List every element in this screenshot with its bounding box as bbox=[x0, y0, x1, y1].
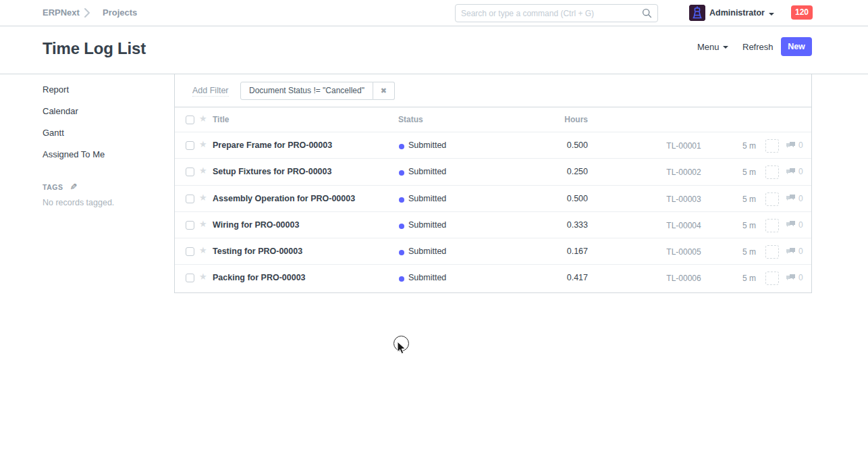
star-icon[interactable]: ★ bbox=[199, 113, 207, 124]
status-badge: Submitted bbox=[408, 247, 446, 256]
comments-indicator[interactable]: 0 bbox=[786, 247, 803, 256]
status-indicator-dot bbox=[399, 197, 404, 203]
comment-icon bbox=[786, 168, 796, 176]
assignee-placeholder[interactable] bbox=[765, 272, 779, 285]
star-icon[interactable]: ★ bbox=[199, 139, 207, 149]
row-title-link[interactable]: Packing for PRO-00003 bbox=[213, 273, 306, 282]
brand-link[interactable]: ERPNext bbox=[43, 7, 80, 18]
mouse-cursor bbox=[397, 341, 406, 355]
add-filter-button[interactable]: Add Filter bbox=[192, 86, 229, 97]
breadcrumb-chevron-icon bbox=[82, 6, 92, 22]
search-input[interactable] bbox=[461, 5, 633, 22]
record-id: TL-00006 bbox=[651, 274, 716, 283]
filter-pill-document-status[interactable]: Document Status != "Cancelled" bbox=[240, 82, 373, 100]
row-checkbox[interactable] bbox=[186, 141, 194, 150]
comments-indicator[interactable]: 0 bbox=[786, 194, 803, 203]
sidebar-item-report[interactable]: Report bbox=[43, 84, 164, 95]
row-checkbox[interactable] bbox=[186, 168, 194, 176]
status-indicator-dot bbox=[399, 224, 404, 229]
edit-tags-pencil-icon[interactable]: ✎ bbox=[70, 182, 77, 192]
breadcrumb-projects[interactable]: Projects bbox=[103, 7, 137, 18]
sidebar-item-gantt[interactable]: Gantt bbox=[43, 127, 164, 138]
assignee-placeholder[interactable] bbox=[765, 139, 779, 153]
table-row[interactable]: ★ Prepare Frame for PRO-00003 Submitted … bbox=[175, 132, 811, 159]
comment-icon bbox=[786, 247, 796, 256]
page-title: Time Log List bbox=[43, 39, 146, 58]
hours-value: 0.250 bbox=[567, 167, 588, 176]
star-icon[interactable]: ★ bbox=[199, 272, 207, 282]
row-title-link[interactable]: Prepare Frame for PRO-00003 bbox=[213, 140, 332, 150]
star-icon[interactable]: ★ bbox=[199, 219, 207, 229]
comment-count: 0 bbox=[798, 194, 803, 203]
comments-indicator[interactable]: 0 bbox=[786, 140, 803, 150]
filter-area: Add Filter Document Status != "Cancelled… bbox=[175, 74, 811, 107]
menu-button[interactable]: Menu bbox=[697, 42, 728, 52]
row-checkbox[interactable] bbox=[186, 221, 194, 230]
comment-icon bbox=[786, 274, 796, 282]
active-filter: Document Status != "Cancelled" ✖ bbox=[240, 82, 395, 100]
record-id: TL-00002 bbox=[651, 168, 716, 177]
table-row[interactable]: ★ Testing for PRO-00003 Submitted 0.167 … bbox=[175, 238, 811, 265]
comments-indicator[interactable]: 0 bbox=[786, 167, 803, 176]
star-icon[interactable]: ★ bbox=[199, 245, 207, 255]
modified-timestamp: 5 m bbox=[742, 247, 756, 257]
tags-label: TAGS bbox=[43, 183, 63, 191]
record-id: TL-00005 bbox=[651, 247, 716, 257]
comments-indicator[interactable]: 0 bbox=[786, 220, 803, 230]
sidebar-item-assigned-to-me[interactable]: Assigned To Me bbox=[43, 149, 164, 160]
status-badge: Submitted bbox=[408, 220, 446, 230]
assignee-placeholder[interactable] bbox=[765, 245, 779, 259]
assignee-placeholder[interactable] bbox=[765, 165, 779, 179]
assignee-placeholder[interactable] bbox=[765, 219, 779, 232]
status-indicator-dot bbox=[399, 144, 404, 149]
hours-value: 0.167 bbox=[567, 247, 588, 256]
table-row[interactable]: ★ Packing for PRO-00003 Submitted 0.417 … bbox=[175, 265, 811, 291]
star-icon[interactable]: ★ bbox=[199, 165, 207, 176]
comment-count: 0 bbox=[798, 140, 803, 150]
status-badge: Submitted bbox=[408, 140, 446, 150]
star-icon[interactable]: ★ bbox=[199, 192, 207, 203]
new-button[interactable]: New bbox=[781, 37, 812, 56]
comment-count: 0 bbox=[798, 273, 803, 282]
row-checkbox[interactable] bbox=[186, 274, 194, 282]
modified-timestamp: 5 m bbox=[742, 195, 756, 204]
status-indicator-dot bbox=[399, 276, 404, 282]
hours-value: 0.417 bbox=[567, 273, 588, 282]
table-row[interactable]: ★ Wiring for PRO-00003 Submitted 0.333 T… bbox=[175, 212, 811, 238]
row-title-link[interactable]: Testing for PRO-00003 bbox=[213, 247, 302, 256]
select-all-checkbox[interactable] bbox=[186, 116, 194, 124]
row-checkbox[interactable] bbox=[186, 195, 194, 203]
assignee-placeholder[interactable] bbox=[765, 192, 779, 206]
row-title-link[interactable]: Wiring for PRO-00003 bbox=[213, 220, 299, 230]
navbar: ERPNext Projects Administrator 120 bbox=[0, 0, 868, 26]
status-badge: Submitted bbox=[408, 273, 446, 282]
comment-icon bbox=[786, 141, 796, 150]
list-header-row: ★ Title Status Hours bbox=[175, 107, 811, 132]
search-icon[interactable] bbox=[642, 8, 652, 21]
comments-indicator[interactable]: 0 bbox=[786, 273, 803, 282]
hours-value: 0.333 bbox=[567, 220, 588, 230]
refresh-button[interactable]: Refresh bbox=[742, 42, 774, 52]
modified-timestamp: 5 m bbox=[742, 168, 756, 177]
status-badge: Submitted bbox=[408, 167, 446, 176]
row-title-link[interactable]: Setup Fixtures for PRO-00003 bbox=[213, 167, 331, 176]
row-title-link[interactable]: Assembly Operation for PRO-00003 bbox=[213, 194, 355, 203]
hours-value: 0.500 bbox=[567, 140, 588, 150]
list-container: Add Filter Document Status != "Cancelled… bbox=[174, 74, 812, 293]
record-id: TL-00004 bbox=[651, 221, 716, 230]
table-row[interactable]: ★ Setup Fixtures for PRO-00003 Submitted… bbox=[175, 159, 811, 185]
notifications-badge[interactable]: 120 bbox=[791, 5, 813, 20]
comment-icon bbox=[786, 194, 796, 203]
sidebar-item-calendar[interactable]: Calendar bbox=[43, 105, 164, 117]
remove-filter-button[interactable]: ✖ bbox=[373, 82, 395, 100]
status-indicator-dot bbox=[399, 250, 404, 255]
status-indicator-dot bbox=[399, 170, 404, 176]
tags-empty-text: No records tagged. bbox=[43, 198, 164, 207]
modified-timestamp: 5 m bbox=[742, 274, 756, 283]
chevron-down-icon bbox=[723, 46, 728, 49]
row-checkbox[interactable] bbox=[186, 247, 194, 256]
table-row[interactable]: ★ Assembly Operation for PRO-00003 Submi… bbox=[175, 186, 811, 212]
record-id: TL-00003 bbox=[651, 195, 716, 204]
list-sidebar: Report Calendar Gantt Assigned To Me TAG… bbox=[43, 74, 164, 207]
record-id: TL-00001 bbox=[651, 141, 716, 151]
